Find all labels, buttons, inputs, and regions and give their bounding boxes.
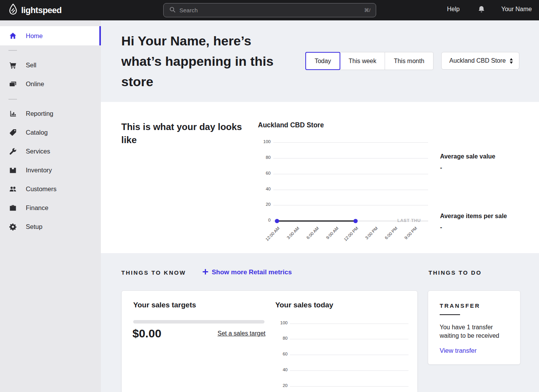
gridline [273,142,428,143]
avg-sale-value: - [440,164,442,171]
y-tick: 20 [268,383,288,388]
transfer-title-underline [440,314,460,315]
y-tick: 0 [249,218,271,222]
sidebar-item-inventory[interactable]: Inventory [0,161,101,180]
user-menu[interactable]: Your Name [501,6,532,13]
briefcase-icon [8,204,17,212]
x-tick: 3:00 AM [280,226,300,247]
gridline [273,158,428,158]
show-more-retail-metrics-link[interactable]: Show more Retail metrics [203,269,292,276]
search-input[interactable] [179,7,360,13]
sidebar-item-reporting[interactable]: Reporting [0,104,101,123]
x-tick: 6:00 PM [378,226,398,247]
topbar: lightspeed ⌘/ Help Your Name [0,0,539,20]
y-tick: 60 [249,171,271,175]
help-link[interactable]: Help [447,6,460,13]
set-sales-target-link[interactable]: Set a sales target [218,330,266,337]
tab-this-month[interactable]: This month [385,52,434,70]
y-tick: 80 [249,155,271,160]
gridline [290,355,408,355]
view-transfer-link[interactable]: View transfer [440,347,477,354]
gridline [273,190,428,190]
sidebar-divider [8,99,17,100]
y-tick: 100 [268,320,288,325]
sidebar-item-catalog[interactable]: Catalog [0,123,101,142]
x-tick: 9:00 AM [319,226,340,247]
x-tick: 3:00 PM [358,226,379,247]
gridline [273,174,428,174]
active-nav-indicator [99,26,101,45]
people-icon [8,185,17,193]
card-bottom-fade [122,388,418,392]
lightspeed-flame-icon [8,3,18,17]
sidebar-nav: Home Sell Online Reporting Catalog Servi… [0,20,101,392]
today-series-line [277,220,356,222]
gridline [290,370,408,371]
search-shortcut-hint: ⌘/ [364,7,370,13]
sidebar-item-sell[interactable]: Sell [0,56,101,75]
plus-icon [203,269,208,276]
things-to-know-title: THINGS TO KNOW [121,269,186,276]
bar-chart-icon [8,110,17,118]
home-icon [8,32,17,40]
data-point-current [353,219,358,223]
y-tick: 100 [249,139,271,144]
notifications-bell-icon[interactable] [477,5,485,16]
transfer-card: TRANSFER You have 1 transfer waiting to … [428,290,521,365]
x-tick: 6:00 AM [299,226,320,247]
gridline [290,339,408,339]
day-section-heading: This is what your day looks like [121,120,248,147]
avg-items-per-sale: - [440,224,442,231]
avg-sale-value-label: Average sale value [440,153,495,160]
sidebar-item-home[interactable]: Home [0,26,99,45]
global-search[interactable]: ⌘/ [163,3,376,17]
tab-this-week[interactable]: This week [340,52,385,70]
gridline [290,386,408,387]
wrench-icon [8,147,17,156]
day-chart-title: Auckland CBD Store [258,121,324,129]
transfer-message: You have 1 transfer waiting to be receiv… [440,323,508,340]
search-icon [169,6,176,15]
avg-items-per-sale-label: Average items per sale [440,213,507,220]
things-to-do-title: THINGS TO DO [429,269,482,276]
brand-name: lightspeed [21,5,62,15]
storefront-icon [8,80,17,88]
sales-targets-heading: Your sales targets [133,301,196,309]
y-tick: 80 [268,336,288,340]
gear-icon [8,223,17,231]
tag-icon [8,128,17,137]
tab-today[interactable]: Today [305,52,340,70]
sales-card: Your sales targets $0.00 Set a sales tar… [121,290,418,392]
x-tick: 9:00 PM [397,226,418,247]
sales-target-amount: $0.00 [132,327,161,340]
page-greeting: Hi Your Name, here’s what’s happening in… [121,31,291,92]
sales-target-progress-bar [133,320,264,324]
gridline [290,324,408,324]
y-tick: 40 [268,367,288,372]
sidebar-divider [8,50,17,51]
data-point-start [275,219,279,223]
store-selector[interactable]: Auckland CBD Store [441,52,519,70]
sidebar-item-online[interactable]: Online [0,75,101,93]
lightspeed-logo[interactable]: lightspeed [8,0,62,20]
last-thu-label: LAST THU [397,218,432,223]
sidebar-item-finance[interactable]: Finance [0,199,101,217]
sales-today-heading: Your sales today [275,301,333,309]
day-overview-section: This is what your day looks like Aucklan… [101,102,539,253]
sidebar-item-services[interactable]: Services [0,142,101,161]
cart-icon [8,61,17,70]
x-tick: 12:00 PM [338,226,359,247]
select-arrows-icon [510,58,513,64]
gridline [273,205,428,205]
sidebar-item-setup[interactable]: Setup [0,217,101,236]
y-tick: 60 [268,352,288,356]
y-tick: 40 [249,187,271,191]
x-tick: 12:00 AM [260,226,281,247]
date-range-tabs: Today This week This month [305,52,434,70]
store-selector-value: Auckland CBD Store [449,57,506,64]
y-tick: 20 [249,202,271,207]
transfer-card-title: TRANSFER [440,302,480,309]
sidebar-item-customers[interactable]: Customers [0,180,101,199]
boxes-icon [8,166,17,175]
